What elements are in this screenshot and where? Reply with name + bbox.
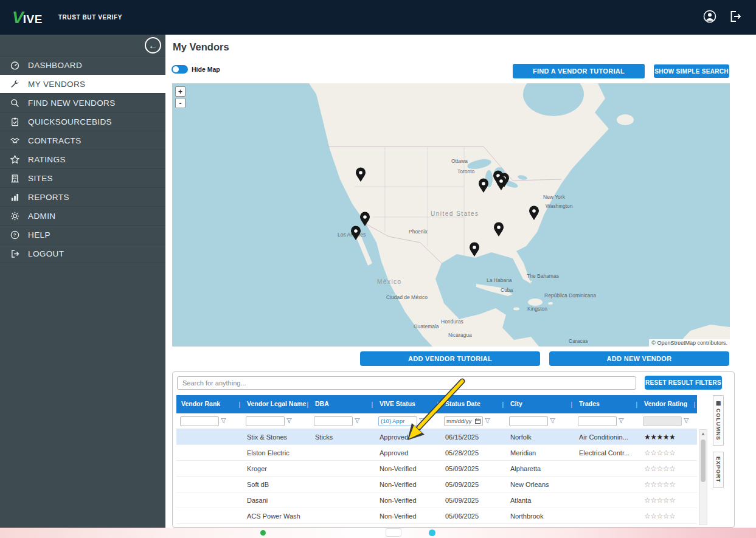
vendor-row[interactable]: Soft dBNon-Verified05/09/2025New Orleans… [176,477,697,492]
map-label: Nicaragua [448,332,472,338]
cell: 06/15/2025 [440,433,505,441]
search-input[interactable] [177,376,636,390]
handshake-icon [9,136,20,146]
map-label: New York [543,194,566,200]
vendor-row[interactable]: KrogerNon-Verified05/09/2025Alpharetta☆☆… [176,461,697,477]
find-vendor-tutorial-button[interactable]: FIND A VENDOR TUTORIAL [513,64,645,78]
cell: Soft dB [242,481,310,488]
signout-icon[interactable] [728,9,743,26]
sidebar-item-find-new-vendors[interactable]: FIND NEW VENDORS [0,94,165,112]
column-header-trades[interactable]: Trades [574,395,639,413]
cell: Non-Verified [375,465,440,472]
vendor-row[interactable]: Elston ElectricApproved05/28/2025Meridia… [176,445,697,461]
map-puerto-rico [548,302,553,305]
column-header-vive-status[interactable]: VIVE Status [375,395,440,413]
filter-cell [574,416,639,426]
map-label: Caracas [569,338,588,344]
sidebar-item-admin[interactable]: ADMIN [0,207,165,226]
vendor-row[interactable]: DasaniNon-Verified05/09/2025Atlanta☆☆☆☆☆ [176,492,697,508]
map[interactable]: United StatesMéxicoOttawaTorontoNew York… [172,83,730,347]
map-label: República Dominicana [544,292,596,298]
filter-funnel-icon[interactable] [221,418,226,424]
scroll-up-arrow[interactable]: ▲ [701,430,706,438]
cell: Non-Verified [375,497,440,504]
tagline: TRUST BUT VERIFY [58,14,122,21]
sidebar-item-label: QUICKSOURCEBIDS [28,117,112,126]
vendor-rating-stars: ☆☆☆☆☆ [639,512,697,520]
map-label: Washington [546,203,573,209]
sidebar-item-label: ADMIN [28,212,56,221]
column-header-vendor-rank[interactable]: Vendor Rank [176,395,242,413]
cell: Electrical Contr... [574,449,639,457]
export-tab[interactable]: EXPORT [713,452,724,488]
column-header-dba[interactable]: DBA [310,395,375,413]
columns-tab-label: COLUMNS [715,409,721,441]
column-header-vendor-rating[interactable]: Vendor Rating [639,395,697,413]
sidebar-item-sites[interactable]: SITES [0,169,165,188]
cell: Sticks [310,433,375,441]
filter-cell [176,416,242,426]
map-label: México [377,278,402,285]
sidebar-collapse-button[interactable]: ← [145,37,161,53]
column-header-status-date[interactable]: Status Date [440,395,505,413]
rating-filter[interactable] [643,416,682,426]
map-label: Toronto [457,168,475,174]
map-label: Cuba [501,287,513,293]
filter-funnel-icon[interactable] [485,418,490,424]
column-filter-input[interactable] [578,416,617,426]
scrollbar-thumb[interactable] [701,440,706,482]
filter-cell [310,416,375,426]
show-simple-search-button[interactable]: SHOW SIMPLE SEARCH [654,64,729,78]
cell: Approved [375,433,440,441]
filter-funnel-icon[interactable] [619,418,624,424]
cell: Non-Verified [375,512,440,520]
table-body: Stix & StonesSticksApproved06/15/2025Nor… [176,429,697,524]
map-label: Guatemala [414,323,439,329]
column-header-vendor-legal-name[interactable]: Vendor Legal Name [242,395,310,413]
map-zoom-in-button[interactable]: + [175,86,186,97]
app-logo: V IVE [12,9,43,26]
map-zoom-out-button[interactable]: - [175,98,186,108]
cell: Elston Electric [242,449,310,457]
filter-cell [242,416,310,426]
user-account-icon[interactable] [702,9,717,26]
cell: Northbrook [505,512,574,520]
column-header-city[interactable]: City [505,395,574,413]
vendor-row[interactable]: Stix & StonesSticksApproved06/15/2025Nor… [176,429,697,445]
sidebar-item-ratings[interactable]: RATINGS [0,150,165,169]
map-label: La Habana [487,277,512,283]
reset-result-filters-button[interactable]: RESET RESULT FILTERS [645,376,722,390]
sidebar: ← DASHBOARDMY VENDORSFIND NEW VENDORSQUI… [0,35,165,528]
cell: 05/09/2025 [440,481,505,488]
filter-funnel-icon[interactable] [286,418,292,424]
sidebar-item-reports[interactable]: REPORTS [0,188,165,207]
hide-map-toggle[interactable] [172,65,188,74]
vive-status-filter[interactable]: (10) Appr [378,416,417,426]
sidebar-item-quicksourcebids[interactable]: QUICKSOURCEBIDS [0,112,165,131]
column-filter-input[interactable] [314,416,353,426]
column-filter-input[interactable] [180,416,219,426]
sidebar-item-contracts[interactable]: CONTRACTS [0,131,165,150]
filter-funnel-icon[interactable] [684,418,689,424]
columns-tab[interactable]: ▦ COLUMNS [713,395,724,446]
vendor-rating-stars: ☆☆☆☆☆ [639,480,697,489]
filter-funnel-icon[interactable] [355,418,360,424]
add-new-vendor-button[interactable]: ADD NEW VENDOR [549,351,729,366]
sidebar-item-logout[interactable]: LOGOUT [0,244,165,263]
column-filter-input[interactable] [509,416,548,426]
table-scrollbar[interactable]: ▲ [699,429,707,525]
sidebar-item-help[interactable]: ?HELP [0,226,165,244]
filter-funnel-icon[interactable] [419,418,425,424]
sidebar-item-dashboard[interactable]: DASHBOARD [0,56,165,75]
column-filter-input[interactable] [246,416,285,426]
logo-text: IVE [23,13,43,26]
vendor-rating-stars: ☆☆☆☆☆ [639,496,697,505]
left-arrow-icon: ← [148,40,158,50]
add-vendor-tutorial-button[interactable]: ADD VENDOR TUTORIAL [360,351,540,366]
star-icon [9,154,20,165]
vendor-row[interactable]: ACS Power WashNon-Verified05/06/2025Nort… [176,508,697,524]
sidebar-item-my-vendors[interactable]: MY VENDORS [0,75,165,94]
cell: Non-Verified [375,481,440,488]
filter-funnel-icon[interactable] [550,418,555,424]
status-date-filter[interactable]: mm/dd/yy [444,416,483,426]
